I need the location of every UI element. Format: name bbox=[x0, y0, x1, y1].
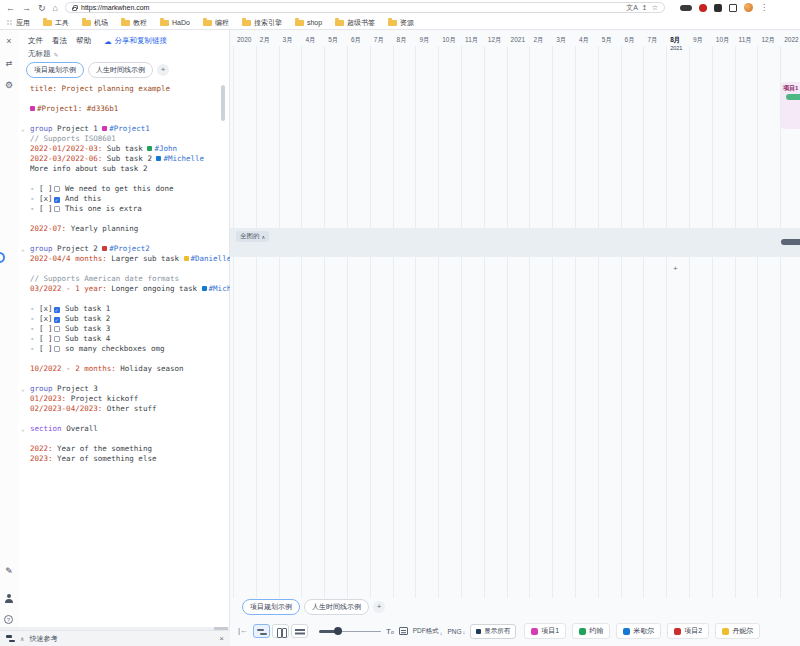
bookmark-item[interactable]: shop bbox=[295, 19, 322, 26]
code-line[interactable]: 2023: Year of something else bbox=[30, 454, 219, 464]
bookmark-item[interactable]: 教程 bbox=[121, 18, 147, 28]
code-line[interactable]: - [ ] We need to get this done bbox=[30, 184, 219, 194]
extension-icon-dark[interactable] bbox=[714, 4, 722, 12]
show-all-button[interactable]: 显示所有 bbox=[470, 624, 516, 639]
code-line[interactable]: - [ ] Sub task 3 bbox=[30, 324, 219, 334]
timeline-tab-project-planning[interactable]: 项目规划示例 bbox=[242, 599, 300, 615]
gear-icon[interactable]: ⚙ bbox=[0, 80, 18, 90]
checkbox-unchecked[interactable] bbox=[54, 326, 60, 332]
share-copy-link-button[interactable]: ☁ 分享和复制链接 bbox=[104, 36, 167, 46]
code-line[interactable] bbox=[30, 94, 219, 104]
code-line[interactable]: // Supports American date formats bbox=[30, 274, 219, 284]
swap-arrows-icon[interactable]: ⇄ bbox=[0, 59, 18, 68]
person-icon[interactable] bbox=[4, 594, 14, 603]
legend-chip[interactable]: 项目2 bbox=[667, 623, 709, 639]
bookmark-item[interactable]: 机场 bbox=[82, 18, 108, 28]
checkbox-unchecked[interactable] bbox=[54, 206, 60, 212]
code-line[interactable]: 2022: Year of the something bbox=[30, 444, 219, 454]
code-line[interactable]: ⌄group Project 1 #Project1 bbox=[30, 124, 219, 134]
export-png-button[interactable]: PNG ↓ bbox=[448, 628, 466, 635]
share-page-icon[interactable]: ↥ bbox=[642, 4, 648, 12]
event-bar-gray[interactable] bbox=[781, 239, 800, 245]
code-line[interactable]: 02/2023-04/2023: Other stuff bbox=[30, 404, 219, 414]
extension-icon-frame[interactable] bbox=[729, 4, 737, 12]
bookmark-item[interactable]: 超级书签 bbox=[335, 18, 375, 28]
group-title-label[interactable]: 项目1 bbox=[783, 84, 798, 93]
address-bar[interactable]: https://markwhen.com 文A ↥ ☆ bbox=[65, 2, 665, 13]
bookmark-item[interactable]: 搜索引擎 bbox=[242, 18, 282, 28]
collapse-left-icon[interactable]: |← bbox=[238, 626, 248, 636]
code-line[interactable] bbox=[30, 264, 219, 274]
event-bar-green[interactable] bbox=[786, 94, 800, 100]
view-list-button[interactable] bbox=[291, 624, 308, 638]
home-icon[interactable]: ⌂ bbox=[53, 3, 58, 13]
close-quickref-icon[interactable]: × bbox=[219, 634, 224, 643]
code-line[interactable] bbox=[30, 294, 219, 304]
bookmark-item[interactable]: HaDo bbox=[160, 19, 190, 26]
checkbox-checked[interactable]: ✓ bbox=[54, 317, 60, 323]
menu-help[interactable]: 帮助 bbox=[76, 36, 91, 46]
add-doc-tab-button[interactable]: + bbox=[157, 64, 169, 76]
collapse-arrow-icon[interactable]: ⌄ bbox=[21, 424, 25, 434]
code-line[interactable]: 03/2022 - 1 year: Longer ongoing task #M… bbox=[30, 284, 219, 294]
menu-view[interactable]: 看法 bbox=[52, 36, 67, 46]
code-line[interactable]: 2022-07: Yearly planning bbox=[30, 224, 219, 234]
collapse-arrow-icon[interactable]: ⌄ bbox=[21, 124, 25, 134]
edit-title-icon[interactable]: ✎ bbox=[54, 51, 59, 58]
quick-reference-bar[interactable]: ∧ 快速参考 × bbox=[0, 630, 230, 646]
code-line[interactable] bbox=[30, 354, 219, 364]
checkbox-checked[interactable]: ✓ bbox=[54, 307, 60, 313]
code-line[interactable]: 2022-03/2022-06: Sub task 2 #Michelle bbox=[30, 154, 219, 164]
legend-chip[interactable]: 丹妮尔 bbox=[715, 623, 760, 639]
view-columns-button[interactable] bbox=[272, 624, 289, 638]
bookmark-item[interactable]: 资源 bbox=[388, 18, 414, 28]
code-line[interactable]: - [x]✓ Sub task 1 bbox=[30, 304, 219, 314]
profile-avatar[interactable] bbox=[744, 3, 753, 12]
collapse-arrow-icon[interactable]: ⌄ bbox=[21, 244, 25, 254]
url-text[interactable]: https://markwhen.com bbox=[81, 4, 622, 11]
code-line[interactable]: 10/2022 - 2 months: Holiday season bbox=[30, 364, 219, 374]
back-icon[interactable]: ← bbox=[6, 3, 15, 13]
code-line[interactable]: - [ ] Sub task 4 bbox=[30, 334, 219, 344]
zoom-slider[interactable] bbox=[319, 624, 381, 638]
code-line[interactable] bbox=[30, 374, 219, 384]
pencil-icon[interactable]: ✎ bbox=[0, 566, 18, 576]
section-header-chip[interactable]: 全图的 ∧ bbox=[236, 231, 269, 242]
timeline-group-block[interactable]: 项目1 bbox=[781, 82, 800, 129]
checkbox-checked[interactable]: ✓ bbox=[54, 197, 60, 203]
question-icon[interactable]: ? bbox=[4, 615, 13, 624]
forward-icon[interactable]: → bbox=[22, 3, 31, 13]
view-gantt-button[interactable] bbox=[253, 624, 270, 638]
doc-tab-project-planning[interactable]: 项目规划示例 bbox=[26, 62, 84, 78]
bookmark-item[interactable]: 编程 bbox=[203, 18, 229, 28]
timeline-panel[interactable]: 20202月3月4月5月6月7月8月9月10月11月12月20212月3月4月5… bbox=[230, 30, 800, 646]
slider-thumb[interactable] bbox=[334, 627, 342, 635]
code-line[interactable]: More info about sub task 2 bbox=[30, 164, 219, 174]
code-line[interactable] bbox=[30, 174, 219, 184]
code-line[interactable]: - [ ] so many checkboxes omg bbox=[30, 344, 219, 354]
bookmark-apps[interactable]: 应用 bbox=[6, 18, 30, 28]
export-pdf-button[interactable]: PDF格式 ↓ bbox=[413, 627, 443, 636]
text-size-icon[interactable]: To bbox=[386, 627, 394, 636]
browser-menu-icon[interactable]: ⋮ bbox=[760, 3, 768, 12]
code-line[interactable]: 01/2023: Project kickoff bbox=[30, 394, 219, 404]
image-export-icon[interactable] bbox=[399, 627, 408, 635]
code-line[interactable]: - [x]✓ Sub task 2 bbox=[30, 314, 219, 324]
code-line[interactable]: - [ ] This one is extra bbox=[30, 204, 219, 214]
code-line[interactable] bbox=[30, 434, 219, 444]
legend-chip[interactable]: 米歇尔 bbox=[616, 623, 661, 639]
checkbox-unchecked[interactable] bbox=[54, 346, 60, 352]
collapse-arrow-icon[interactable]: ⌄ bbox=[21, 384, 25, 394]
code-line[interactable]: ⌄section Overall bbox=[30, 424, 219, 434]
doc-tab-life-timeline[interactable]: 人生时间线示例 bbox=[88, 62, 153, 78]
code-line[interactable] bbox=[30, 114, 219, 124]
floating-help-bubble-icon[interactable] bbox=[0, 252, 5, 263]
legend-chip[interactable]: 项目1 bbox=[524, 623, 566, 639]
editor-vertical-scrollbar[interactable] bbox=[221, 85, 225, 121]
bookmark-item[interactable]: 工具 bbox=[43, 18, 69, 28]
bookmark-star-icon[interactable]: ☆ bbox=[652, 4, 658, 12]
timeline-tab-life-timeline[interactable]: 人生时间线示例 bbox=[304, 599, 369, 615]
legend-chip[interactable]: 约翰 bbox=[572, 623, 610, 639]
code-line[interactable]: - [x]✓ And this bbox=[30, 194, 219, 204]
checkbox-unchecked[interactable] bbox=[54, 336, 60, 342]
